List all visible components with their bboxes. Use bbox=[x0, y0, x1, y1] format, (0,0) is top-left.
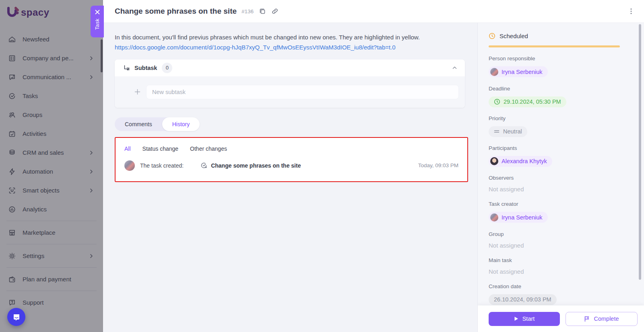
participant-pill[interactable]: Alexandra Khytyk bbox=[489, 156, 552, 167]
history-panel-annotated: All Status change Other changes The task… bbox=[115, 137, 468, 182]
flag-icon bbox=[584, 316, 590, 322]
clock-icon bbox=[494, 98, 500, 105]
chevron-up-icon[interactable] bbox=[452, 65, 458, 71]
uspacy-app: spacy Newsfeed Company and pe... bbox=[0, 0, 644, 332]
kebab-menu-icon[interactable] bbox=[628, 8, 634, 15]
status-badge: Scheduled bbox=[500, 33, 528, 39]
comments-history-tabs: Comments History bbox=[115, 117, 200, 131]
sidebar: spacy Newsfeed Company and pe... bbox=[0, 0, 103, 332]
history-filter-status-change[interactable]: Status change bbox=[142, 146, 179, 152]
page-title: Change some phrases on the site bbox=[115, 7, 237, 16]
subtask-title: Subtask bbox=[134, 65, 157, 71]
task-panel-tab[interactable]: Task bbox=[91, 6, 104, 37]
avatar bbox=[490, 157, 498, 165]
play-icon bbox=[514, 316, 518, 321]
tab-history[interactable]: History bbox=[162, 117, 200, 131]
task-description: In this document, you'll find previus ph… bbox=[103, 23, 477, 52]
description-link[interactable]: https://docs.google.com/document/d/1ocpg… bbox=[115, 43, 396, 52]
field-deadline: Deadline 29.10.2024, 05:30 PM bbox=[489, 86, 620, 107]
subtask-count-badge: 0 bbox=[162, 63, 172, 73]
task-header: Change some phrases on the site #136 bbox=[103, 0, 644, 23]
field-main-task: Main task Not assigned bbox=[489, 257, 620, 275]
clock-icon bbox=[489, 33, 495, 39]
task-panel: Change some phrases on the site #136 In … bbox=[103, 0, 644, 332]
task-created-icon bbox=[200, 162, 207, 169]
tab-comments[interactable]: Comments bbox=[115, 117, 162, 131]
complete-button[interactable]: Complete bbox=[566, 312, 638, 326]
status-progress-bar bbox=[489, 45, 620, 47]
field-participants: Participants Alexandra Khytyk bbox=[489, 145, 620, 167]
new-subtask-input[interactable] bbox=[146, 85, 459, 99]
start-button[interactable]: Start bbox=[489, 312, 560, 326]
status-row[interactable]: Scheduled bbox=[489, 33, 620, 39]
description-text: In this document, you'll find previus ph… bbox=[115, 33, 465, 42]
link-icon[interactable] bbox=[271, 8, 279, 15]
observers-value[interactable]: Not assigned bbox=[489, 186, 524, 193]
main-task-value[interactable]: Not assigned bbox=[489, 268, 524, 275]
field-priority: Priority Neutral bbox=[489, 115, 620, 137]
history-timestamp: Today, 09:03 PM bbox=[418, 162, 458, 168]
copy-icon[interactable] bbox=[259, 8, 266, 15]
avatar bbox=[490, 213, 498, 221]
group-value[interactable]: Not assigned bbox=[489, 242, 524, 249]
subtask-body bbox=[115, 76, 465, 108]
close-icon[interactable] bbox=[95, 9, 100, 15]
task-details-sidebar: Scheduled Person responsible Iryna Serbe… bbox=[477, 23, 644, 332]
task-content: In this document, you'll find previus ph… bbox=[103, 23, 477, 332]
subtask-section: Subtask 0 bbox=[115, 59, 465, 108]
history-entry: The task created: Change some phrases on… bbox=[124, 160, 458, 171]
chat-launcher-button[interactable] bbox=[7, 308, 25, 326]
task-tab-label: Task bbox=[94, 18, 100, 30]
task-id: #136 bbox=[242, 8, 254, 14]
person-responsible-pill[interactable]: Iryna Serbeniuk bbox=[489, 66, 548, 77]
history-filter-all[interactable]: All bbox=[124, 146, 131, 152]
creation-date-pill: 26.10.2024, 09:03 PM bbox=[489, 294, 557, 305]
task-actions-bar: Start Complete bbox=[478, 305, 644, 332]
field-observers: Observers Not assigned bbox=[489, 175, 620, 193]
field-person-responsible: Person responsible Iryna Serbeniuk bbox=[489, 55, 620, 78]
chat-icon bbox=[12, 313, 21, 322]
history-filter-other-changes[interactable]: Other changes bbox=[190, 146, 227, 152]
history-task-title: Change some phrases on the site bbox=[211, 162, 301, 169]
history-action-text: The task created: bbox=[140, 162, 184, 169]
priority-neutral-icon bbox=[494, 129, 500, 133]
subtask-header[interactable]: Subtask 0 bbox=[115, 59, 465, 76]
subtask-icon bbox=[123, 64, 130, 72]
avatar bbox=[490, 68, 498, 76]
field-group: Group Not assigned bbox=[489, 231, 620, 249]
field-creation-date: Creation date 26.10.2024, 09:03 PM bbox=[489, 283, 620, 305]
deadline-pill[interactable]: 29.10.2024, 05:30 PM bbox=[489, 96, 566, 107]
plus-icon[interactable] bbox=[134, 88, 141, 95]
avatar bbox=[124, 160, 135, 171]
field-task-creator: Task creator Iryna Serbeniuk bbox=[489, 201, 620, 223]
modal-dim-overlay[interactable] bbox=[0, 0, 103, 332]
priority-pill[interactable]: Neutral bbox=[489, 126, 527, 137]
history-filters: All Status change Other changes bbox=[124, 146, 458, 152]
details-scrollbar[interactable] bbox=[639, 24, 641, 280]
task-creator-pill[interactable]: Iryna Serbeniuk bbox=[489, 212, 548, 223]
